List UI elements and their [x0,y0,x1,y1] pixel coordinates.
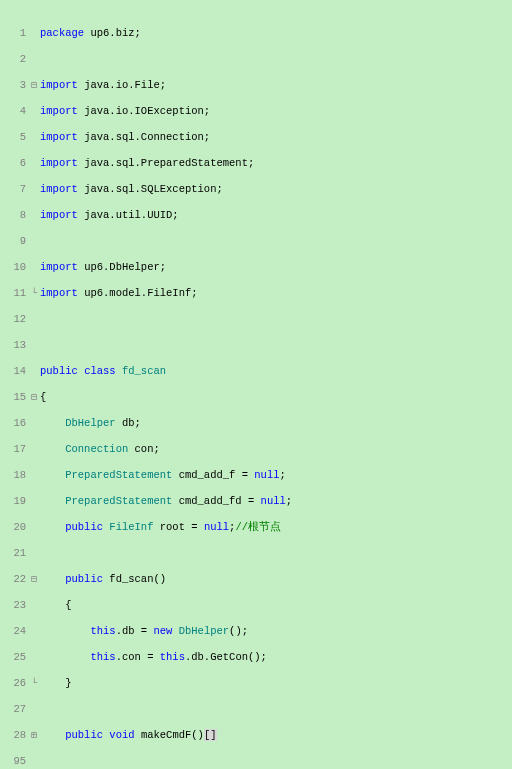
fold-toggle[interactable]: ⊟ [28,573,40,586]
fold-toggle[interactable]: ⊞ [28,729,40,742]
code-area[interactable]: 1package up6.biz; 2 3⊟import java.io.Fil… [0,0,512,769]
code-editor[interactable]: 1package up6.biz; 2 3⊟import java.io.Fil… [0,0,512,769]
fold-toggle[interactable]: ⊟ [28,79,40,92]
line-number: 1 [2,27,28,40]
fold-toggle[interactable]: ⊟ [28,391,40,404]
